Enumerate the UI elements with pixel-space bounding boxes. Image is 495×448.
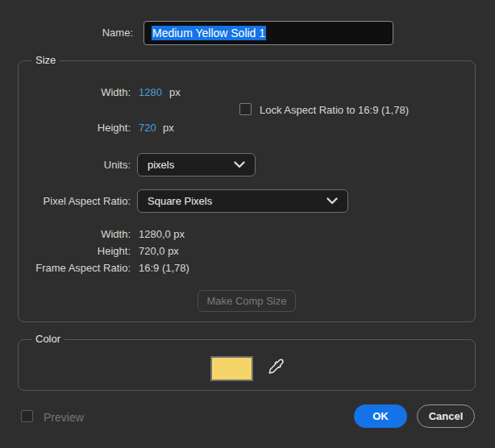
height-value[interactable]: 720 [139,122,156,134]
pixel-aspect-ratio-value: Square Pixels [148,195,212,207]
info-height-value: 720,0 px [139,245,179,257]
preview-checkbox[interactable] [21,410,33,422]
size-group-legend: Size [31,54,60,66]
color-swatch[interactable] [210,356,253,381]
info-frame-aspect-ratio-label: Frame Aspect Ratio: [0,262,131,274]
info-width-label: Width: [0,228,131,240]
units-label: Units: [0,159,131,171]
width-label: Width: [0,86,131,98]
pixel-aspect-ratio-label: Pixel Aspect Ratio: [0,195,131,207]
color-group-legend: Color [31,333,64,345]
name-input-value: Medium Yellow Solid 1 [152,26,266,40]
ok-button[interactable]: OK [354,404,407,428]
width-value[interactable]: 1280 [139,86,162,98]
units-dropdown[interactable]: pixels [137,153,256,176]
info-frame-aspect-ratio-value: 16:9 (1,78) [139,262,189,274]
width-unit: px [169,86,181,98]
cancel-button[interactable]: Cancel [417,404,475,428]
chevron-down-icon [327,197,338,205]
name-label: Name: [0,27,133,39]
preview-label: Preview [44,411,84,424]
make-comp-size-button[interactable]: Make Comp Size [198,290,296,312]
chevron-down-icon [234,161,245,168]
units-dropdown-value: pixels [148,159,174,171]
solid-settings-dialog: Name: Medium Yellow Solid 1 Size Width: … [0,0,495,448]
name-input[interactable]: Medium Yellow Solid 1 [144,21,393,45]
lock-aspect-ratio-checkbox[interactable] [239,103,252,115]
info-height-label: Height: [0,245,131,257]
height-label: Height: [0,122,131,134]
pixel-aspect-ratio-dropdown[interactable]: Square Pixels [137,189,348,213]
eyedropper-icon[interactable] [268,358,285,377]
height-unit: px [163,122,174,134]
lock-aspect-ratio-label: Lock Aspect Ratio to 16:9 (1,78) [260,104,409,116]
info-width-value: 1280,0 px [139,228,185,240]
